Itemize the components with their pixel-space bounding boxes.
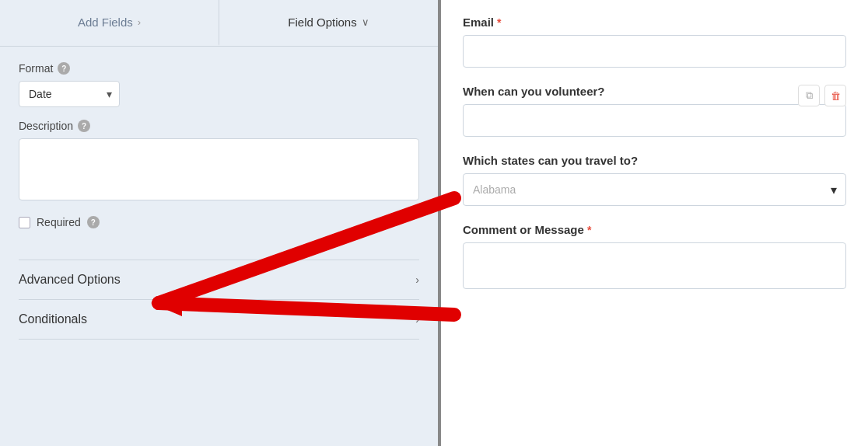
email-label-text: Email <box>463 16 494 29</box>
description-label-row: Description ? <box>19 120 419 132</box>
volunteer-field-actions: ⧉ 🗑 <box>798 85 846 106</box>
volunteer-field-group: When can you volunteer? ⧉ 🗑 <box>463 85 846 137</box>
email-label: Email * <box>463 16 846 29</box>
conditionals-chevron-icon: › <box>415 313 419 326</box>
email-input[interactable] <box>463 35 846 68</box>
trash-icon: 🗑 <box>831 90 841 102</box>
comment-label-text: Comment or Message <box>463 223 584 236</box>
description-label: Description <box>19 120 73 132</box>
left-panel: Add Fields › Field Options ∨ Format ? Da… <box>0 0 441 446</box>
description-field: Description ? <box>19 120 419 204</box>
add-fields-label: Add Fields <box>78 16 133 29</box>
comment-label: Comment or Message * <box>463 223 846 236</box>
field-options-chevron: ∨ <box>362 16 369 28</box>
conditionals-row[interactable]: Conditionals › <box>19 300 419 340</box>
tabs-header: Add Fields › Field Options ∨ <box>0 0 438 47</box>
states-label: Which states can you travel to? <box>463 154 846 167</box>
description-help-icon[interactable]: ? <box>78 120 90 132</box>
volunteer-label: When can you volunteer? ⧉ 🗑 <box>463 85 846 98</box>
volunteer-copy-button[interactable]: ⧉ <box>798 85 820 106</box>
states-select-wrapper: Alabama Alaska Arizona <box>463 173 846 206</box>
format-label: Format <box>19 62 53 75</box>
comment-required-star: * <box>587 224 591 236</box>
format-select-wrapper: Date Time DateTime <box>19 81 120 107</box>
required-label: Required <box>37 216 81 228</box>
format-select[interactable]: Date Time DateTime <box>19 81 120 107</box>
required-checkbox[interactable] <box>19 217 30 228</box>
advanced-options-container: Advanced Options › <box>19 260 419 300</box>
advanced-options-chevron-icon: › <box>415 274 419 286</box>
right-panel: Email * When can you volunteer? ⧉ 🗑 Whic… <box>441 0 868 446</box>
email-field-group: Email * <box>463 16 846 68</box>
field-options-label: Field Options <box>288 16 356 29</box>
copy-icon: ⧉ <box>806 89 813 102</box>
advanced-options-label: Advanced Options <box>19 273 121 287</box>
tab-add-fields[interactable]: Add Fields › <box>0 0 219 46</box>
states-label-text: Which states can you travel to? <box>463 154 638 167</box>
volunteer-label-text: When can you volunteer? <box>463 85 605 98</box>
left-content: Format ? Date Time DateTime Description … <box>0 47 438 446</box>
format-label-row: Format ? <box>19 62 419 75</box>
email-required-star: * <box>497 16 501 29</box>
tab-field-options[interactable]: Field Options ∨ <box>219 0 438 46</box>
description-textarea[interactable] <box>19 138 419 200</box>
advanced-options-row[interactable]: Advanced Options › <box>19 260 419 300</box>
conditionals-label: Conditionals <box>19 312 87 326</box>
comment-field-group: Comment or Message * <box>463 223 846 292</box>
format-field: Format ? Date Time DateTime <box>19 62 419 107</box>
volunteer-input[interactable] <box>463 104 846 137</box>
volunteer-delete-button[interactable]: 🗑 <box>824 85 846 106</box>
required-help-icon[interactable]: ? <box>87 216 100 228</box>
comment-textarea[interactable] <box>463 242 846 289</box>
format-help-icon[interactable]: ? <box>58 62 70 75</box>
required-row: Required ? <box>19 216 419 244</box>
states-field-group: Which states can you travel to? Alabama … <box>463 154 846 206</box>
add-fields-chevron: › <box>138 16 141 28</box>
states-select[interactable]: Alabama Alaska Arizona <box>463 173 846 206</box>
